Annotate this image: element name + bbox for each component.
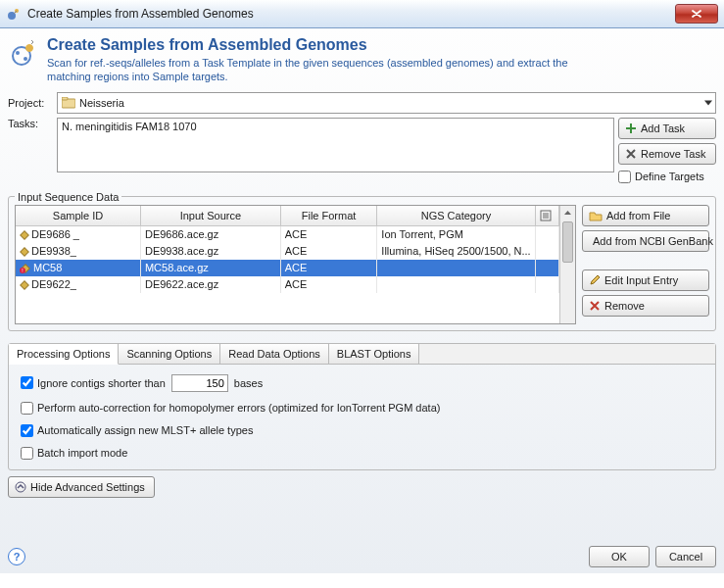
col-format[interactable]: File Format — [280, 206, 377, 226]
svg-text:!: ! — [22, 268, 23, 273]
scroll-up-icon[interactable] — [560, 206, 575, 220]
ignore-contigs-suffix: bases — [234, 377, 263, 389]
chevron-down-icon — [704, 100, 712, 105]
table-header-row: Sample ID Input Source File Format NGS C… — [16, 206, 559, 226]
dialog-footer: ? OK Cancel — [8, 544, 716, 567]
table-row[interactable]: DE9622_DE9622.ace.gzACE — [16, 276, 559, 293]
project-icon — [62, 97, 75, 109]
col-ngs[interactable]: NGS Category — [377, 206, 535, 226]
ignore-contigs-value[interactable] — [171, 374, 228, 392]
tab-blast[interactable]: BLAST Options — [329, 344, 420, 364]
input-sequence-data-group: Input Sequence Data Sample ID Input Sour… — [8, 191, 716, 331]
tab-readdata[interactable]: Read Data Options — [220, 344, 329, 364]
isd-buttons: Add from File Add from NCBI GenBank Edit… — [582, 205, 709, 324]
isd-table[interactable]: Sample ID Input Source File Format NGS C… — [15, 205, 576, 324]
sample-icon — [20, 230, 29, 240]
edit-input-entry-button[interactable]: Edit Input Entry — [582, 270, 709, 291]
task-buttons: Add Task Remove Task Define Targets — [618, 118, 716, 183]
project-combo[interactable]: Neisseria — [57, 92, 716, 114]
plus-icon — [625, 122, 637, 134]
remove-input-button[interactable]: Remove — [582, 295, 709, 317]
svg-point-3 — [16, 51, 20, 55]
table-row[interactable]: !MC58MC58.ace.gzACE — [16, 260, 559, 276]
svg-rect-8 — [21, 231, 28, 239]
add-from-ncbi-button[interactable]: Add from NCBI GenBank — [582, 230, 709, 252]
mlst-checkbox[interactable]: Automatically assign new MLST+ allele ty… — [21, 424, 703, 437]
define-targets-checkbox[interactable]: Define Targets — [618, 171, 716, 183]
batch-import-checkbox[interactable]: Batch import mode — [21, 447, 703, 460]
options-tabs: Processing Options Scanning Options Read… — [8, 343, 716, 470]
help-button[interactable]: ? — [8, 548, 25, 565]
sample-icon — [20, 247, 29, 257]
svg-rect-9 — [21, 248, 28, 256]
add-from-file-button[interactable]: Add from File — [582, 205, 709, 226]
header-section: Create Samples from Assembled Genomes Sc… — [8, 36, 716, 84]
titlebar: Create Samples from Assembled Genomes — [0, 0, 724, 28]
tasks-label: Tasks: — [8, 118, 53, 129]
x-icon — [625, 148, 637, 160]
ignore-contigs-checkbox[interactable]: Ignore contigs shorter than — [21, 376, 166, 389]
autocorrect-checkbox[interactable]: Perform auto-correction for homopolymer … — [21, 402, 703, 415]
col-config-icon[interactable] — [535, 206, 558, 226]
col-source[interactable]: Input Source — [140, 206, 280, 226]
tab-bar: Processing Options Scanning Options Read… — [9, 344, 715, 365]
cancel-button[interactable]: Cancel — [655, 546, 716, 567]
group-legend: Input Sequence Data — [15, 191, 121, 203]
pencil-icon — [589, 274, 601, 286]
tasks-listbox[interactable]: N. meningitidis FAM18 1070 — [57, 118, 614, 172]
window-title: Create Samples from Assembled Genomes — [27, 7, 254, 21]
chevron-up-circle-icon — [15, 481, 26, 493]
header-icon — [8, 36, 39, 68]
folder-open-icon — [589, 210, 603, 221]
svg-rect-6 — [62, 97, 68, 100]
scroll-thumb[interactable] — [562, 221, 573, 263]
table-row[interactable]: DE9938_DE9938.ace.gzACEIllumina, HiSeq 2… — [16, 243, 559, 260]
svg-point-4 — [24, 57, 27, 61]
close-button[interactable] — [675, 4, 718, 24]
vertical-scrollbar[interactable] — [559, 206, 575, 323]
tab-processing[interactable]: Processing Options — [9, 344, 119, 365]
col-sample[interactable]: Sample ID — [16, 206, 140, 226]
page-subtitle: Scan for ref.-seqs/alleles from a Task T… — [47, 56, 596, 84]
table-row[interactable]: DE9686 _DE9686.ace.gzACEIon Torrent, PGM — [16, 225, 559, 243]
page-title: Create Samples from Assembled Genomes — [47, 36, 596, 54]
svg-point-15 — [16, 482, 25, 492]
tasks-row: Tasks: N. meningitidis FAM18 1070 Add Ta… — [8, 118, 716, 183]
add-task-button[interactable]: Add Task — [618, 118, 716, 139]
dialog-body: Create Samples from Assembled Genomes Sc… — [0, 28, 724, 573]
window-icon — [6, 6, 22, 22]
project-label: Project: — [8, 97, 53, 109]
svg-rect-13 — [21, 281, 28, 289]
ok-button[interactable]: OK — [589, 546, 650, 567]
x-red-icon — [589, 300, 601, 312]
close-icon — [691, 9, 702, 19]
hide-advanced-button[interactable]: Hide Advanced Settings — [8, 476, 155, 498]
task-item[interactable]: N. meningitidis FAM18 1070 — [62, 121, 609, 132]
project-row: Project: Neisseria — [8, 92, 716, 114]
tab-processing-content: Ignore contigs shorter than bases Perfor… — [9, 365, 715, 469]
project-value: Neisseria — [79, 97, 124, 109]
remove-task-button[interactable]: Remove Task — [618, 143, 716, 165]
sample-icon — [20, 280, 29, 290]
tab-scanning[interactable]: Scanning Options — [119, 344, 220, 364]
warning-icon: ! — [20, 264, 31, 273]
